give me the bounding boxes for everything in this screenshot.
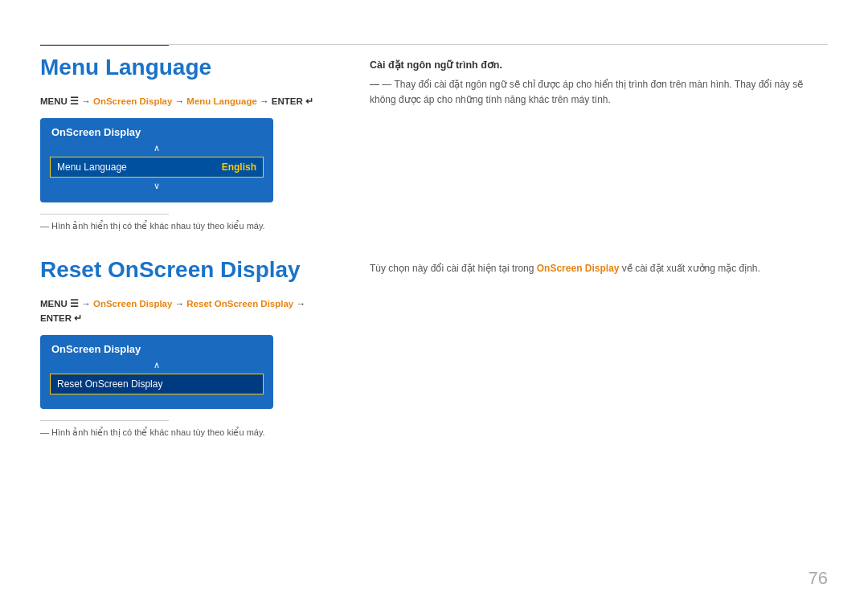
reset-osd-link: Reset OnScreen Display xyxy=(186,299,293,309)
section-menu-language: Menu Language MENU ☰ → OnScreen Display … xyxy=(40,55,828,231)
section2-orange-text: OnScreen Display xyxy=(537,263,620,274)
section1-osd-box: OnScreen Display ∧ Menu Language English… xyxy=(40,118,273,202)
menu-icon-1: ☰ xyxy=(70,96,79,106)
arrow-2: → xyxy=(175,96,187,106)
section2-desc: Tùy chọn này đổi cài đặt hiện tại trong … xyxy=(370,261,828,276)
section1-two-col: Menu Language MENU ☰ → OnScreen Display … xyxy=(40,55,828,231)
osd-row-label-1: Menu Language xyxy=(57,161,127,173)
section2-right: Tùy chọn này đổi cài đặt hiện tại trong … xyxy=(370,257,828,438)
osd-row-value-1: English xyxy=(222,161,256,173)
page-container: Menu Language MENU ☰ → OnScreen Display … xyxy=(0,0,868,613)
menu-icon-2: ☰ xyxy=(70,299,79,309)
osd-down-arrow-1: ∨ xyxy=(50,181,264,191)
menu-prefix-2: MENU xyxy=(40,299,70,309)
osd-up-arrow-1: ∧ xyxy=(50,143,264,153)
section2-menu-path: MENU ☰ → OnScreen Display → Reset OnScre… xyxy=(40,297,338,325)
section-reset-osd: Reset OnScreen Display MENU ☰ → OnScreen… xyxy=(40,257,828,438)
top-line xyxy=(40,44,828,45)
osd-reset-row: Reset OnScreen Display xyxy=(50,374,264,394)
osd-title-1: OnScreen Display xyxy=(50,126,264,138)
arrow-2-1: → xyxy=(81,299,93,309)
section1-note: ― Hình ảnh hiển thị có thể khác nhau tùy… xyxy=(40,221,338,231)
osd-up-arrow-2: ∧ xyxy=(50,360,264,370)
osd-title-2: OnScreen Display xyxy=(50,343,264,355)
section2-divider xyxy=(40,420,169,421)
section1-title: Menu Language xyxy=(40,55,338,80)
section1-desc-normal: ― ― Thay đổi cài đặt ngôn ngữ sẽ chỉ đượ… xyxy=(370,77,828,108)
section1-left: Menu Language MENU ☰ → OnScreen Display … xyxy=(40,55,338,231)
arrow-2-3: → xyxy=(296,299,305,309)
arrow-3: → xyxy=(260,96,272,106)
osd-menu-language-row: Menu Language English xyxy=(50,157,264,178)
section2-left: Reset OnScreen Display MENU ☰ → OnScreen… xyxy=(40,257,338,438)
enter-icon-1: ↵ xyxy=(305,96,313,106)
section1-divider xyxy=(40,214,169,215)
osd-reset-label: Reset OnScreen Display xyxy=(57,378,162,390)
page-number: 76 xyxy=(809,568,828,589)
enter-label-1: ENTER xyxy=(272,96,303,106)
arrow-2-2: → xyxy=(175,299,187,309)
section1-desc-text: ― Thay đổi cài đặt ngôn ngữ sẽ chỉ được … xyxy=(370,79,803,105)
section1-menu-path: MENU ☰ → OnScreen Display → Menu Languag… xyxy=(40,95,338,108)
onscreen-display-link-2: OnScreen Display xyxy=(93,299,172,309)
menu-prefix: MENU xyxy=(40,96,70,106)
section2-two-col: Reset OnScreen Display MENU ☰ → OnScreen… xyxy=(40,257,828,438)
section2-note: ― Hình ảnh hiển thị có thể khác nhau tùy… xyxy=(40,427,338,438)
section1-right: Cài đặt ngôn ngữ trình đơn. ― ― Thay đổi… xyxy=(370,55,828,231)
section2-desc-text1: Tùy chọn này đổi cài đặt hiện tại trong xyxy=(370,263,537,274)
enter-label-2: ENTER xyxy=(40,313,72,323)
section2-desc-text2: về cài đặt xuất xưởng mặc định. xyxy=(619,263,760,274)
enter-icon-2: ↵ xyxy=(74,313,82,323)
menu-language-link: Menu Language xyxy=(186,96,257,106)
section1-desc-bold: Cài đặt ngôn ngữ trình đơn. xyxy=(370,59,828,71)
section2-title: Reset OnScreen Display xyxy=(40,257,338,283)
onscreen-display-link-1: OnScreen Display xyxy=(93,96,172,106)
arrow-1: → xyxy=(81,96,93,106)
section2-osd-box: OnScreen Display ∧ Reset OnScreen Displa… xyxy=(40,335,273,409)
